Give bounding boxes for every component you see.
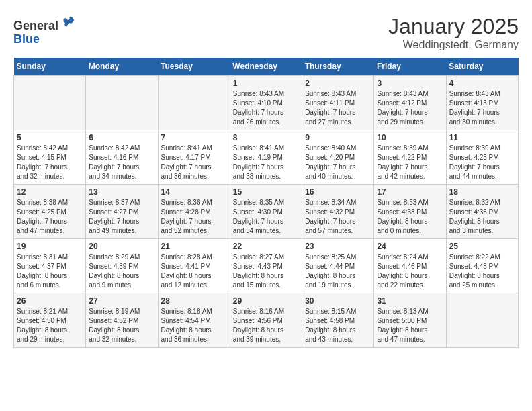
calendar-cell: 22Sunrise: 8:27 AM Sunset: 4:43 PM Dayli… [230,239,302,293]
day-info: Sunrise: 8:36 AM Sunset: 4:28 PM Dayligh… [161,198,227,236]
calendar-cell: 11Sunrise: 8:39 AM Sunset: 4:23 PM Dayli… [446,130,518,185]
day-number: 14 [161,187,227,197]
day-info: Sunrise: 8:24 AM Sunset: 4:46 PM Dayligh… [377,253,443,290]
calendar-cell: 18Sunrise: 8:32 AM Sunset: 4:35 PM Dayli… [446,185,518,239]
day-number: 18 [449,187,515,197]
day-info: Sunrise: 8:43 AM Sunset: 4:11 PM Dayligh… [305,89,371,127]
day-info: Sunrise: 8:41 AM Sunset: 4:17 PM Dayligh… [161,144,227,181]
calendar-week-row: 19Sunrise: 8:31 AM Sunset: 4:37 PM Dayli… [14,239,519,293]
page-header: General Blue January 2025 Weddingstedt, … [13,13,519,51]
day-number: 11 [449,133,515,142]
day-number: 4 [449,79,515,88]
day-number: 15 [233,187,299,197]
calendar-cell: 2Sunrise: 8:43 AM Sunset: 4:11 PM Daylig… [302,76,374,130]
calendar-cell: 31Sunrise: 8:13 AM Sunset: 5:00 PM Dayli… [374,293,446,348]
day-number: 22 [233,242,299,251]
logo-general-text: General [13,19,58,32]
day-number: 8 [233,133,299,142]
calendar-week-row: 12Sunrise: 8:38 AM Sunset: 4:25 PM Dayli… [14,185,519,239]
weekday-header: Friday [374,58,446,76]
calendar-cell: 16Sunrise: 8:34 AM Sunset: 4:32 PM Dayli… [302,185,374,239]
weekday-header: Thursday [302,58,374,76]
weekday-header: Sunday [14,58,86,76]
logo-bird-icon [60,13,76,30]
day-info: Sunrise: 8:38 AM Sunset: 4:25 PM Dayligh… [17,198,83,236]
calendar-body: 1Sunrise: 8:43 AM Sunset: 4:10 PM Daylig… [14,76,519,348]
calendar-cell: 13Sunrise: 8:37 AM Sunset: 4:27 PM Dayli… [86,185,158,239]
day-number: 26 [17,296,83,306]
day-info: Sunrise: 8:13 AM Sunset: 5:00 PM Dayligh… [377,307,443,345]
day-info: Sunrise: 8:43 AM Sunset: 4:12 PM Dayligh… [377,89,443,127]
day-info: Sunrise: 8:28 AM Sunset: 4:41 PM Dayligh… [161,253,227,290]
calendar-cell: 12Sunrise: 8:38 AM Sunset: 4:25 PM Dayli… [14,185,86,239]
weekday-header: Saturday [446,58,518,76]
day-info: Sunrise: 8:27 AM Sunset: 4:43 PM Dayligh… [233,253,299,290]
day-info: Sunrise: 8:32 AM Sunset: 4:35 PM Dayligh… [449,198,515,236]
calendar-cell [446,293,518,348]
day-number: 24 [377,242,443,251]
calendar-week-row: 26Sunrise: 8:21 AM Sunset: 4:50 PM Dayli… [14,293,519,348]
day-info: Sunrise: 8:34 AM Sunset: 4:32 PM Dayligh… [305,198,371,236]
day-info: Sunrise: 8:33 AM Sunset: 4:33 PM Dayligh… [377,198,443,236]
calendar-cell: 8Sunrise: 8:41 AM Sunset: 4:19 PM Daylig… [230,130,302,185]
day-number: 31 [377,296,443,306]
calendar-cell: 29Sunrise: 8:16 AM Sunset: 4:56 PM Dayli… [230,293,302,348]
day-info: Sunrise: 8:21 AM Sunset: 4:50 PM Dayligh… [17,307,83,345]
day-number: 3 [377,79,443,88]
calendar-cell: 9Sunrise: 8:40 AM Sunset: 4:20 PM Daylig… [302,130,374,185]
day-number: 7 [161,133,227,142]
calendar-cell: 1Sunrise: 8:43 AM Sunset: 4:10 PM Daylig… [230,76,302,130]
calendar-cell: 3Sunrise: 8:43 AM Sunset: 4:12 PM Daylig… [374,76,446,130]
calendar-week-row: 1Sunrise: 8:43 AM Sunset: 4:10 PM Daylig… [14,76,519,130]
day-info: Sunrise: 8:40 AM Sunset: 4:20 PM Dayligh… [305,144,371,181]
day-number: 21 [161,242,227,251]
calendar-cell: 21Sunrise: 8:28 AM Sunset: 4:41 PM Dayli… [158,239,230,293]
calendar-cell: 17Sunrise: 8:33 AM Sunset: 4:33 PM Dayli… [374,185,446,239]
calendar-cell: 23Sunrise: 8:25 AM Sunset: 4:44 PM Dayli… [302,239,374,293]
calendar-cell: 24Sunrise: 8:24 AM Sunset: 4:46 PM Dayli… [374,239,446,293]
day-info: Sunrise: 8:19 AM Sunset: 4:52 PM Dayligh… [89,307,154,345]
calendar-week-row: 5Sunrise: 8:42 AM Sunset: 4:15 PM Daylig… [14,130,519,185]
calendar-cell: 19Sunrise: 8:31 AM Sunset: 4:37 PM Dayli… [14,239,86,293]
day-number: 17 [377,187,443,197]
calendar-cell: 7Sunrise: 8:41 AM Sunset: 4:17 PM Daylig… [158,130,230,185]
calendar-cell: 27Sunrise: 8:19 AM Sunset: 4:52 PM Dayli… [86,293,158,348]
day-number: 9 [305,133,371,142]
day-number: 30 [305,296,371,306]
logo-blue-text: Blue [13,32,40,46]
month-title: January 2025 [388,13,519,39]
title-section: January 2025 Weddingstedt, Germany [388,13,519,51]
day-info: Sunrise: 8:31 AM Sunset: 4:37 PM Dayligh… [17,253,83,290]
day-number: 13 [89,187,154,197]
calendar-cell [158,76,230,130]
day-number: 16 [305,187,371,197]
calendar-cell: 5Sunrise: 8:42 AM Sunset: 4:15 PM Daylig… [14,130,86,185]
calendar-header-row: SundayMondayTuesdayWednesdayThursdayFrid… [14,58,519,76]
weekday-header: Monday [86,58,158,76]
day-info: Sunrise: 8:25 AM Sunset: 4:44 PM Dayligh… [305,253,371,290]
day-number: 1 [233,79,299,88]
weekday-header: Tuesday [158,58,230,76]
day-info: Sunrise: 8:18 AM Sunset: 4:54 PM Dayligh… [161,307,227,345]
calendar-cell: 14Sunrise: 8:36 AM Sunset: 4:28 PM Dayli… [158,185,230,239]
day-number: 5 [17,133,83,142]
day-info: Sunrise: 8:35 AM Sunset: 4:30 PM Dayligh… [233,198,299,236]
day-info: Sunrise: 8:42 AM Sunset: 4:15 PM Dayligh… [17,144,83,181]
calendar-table: SundayMondayTuesdayWednesdayThursdayFrid… [13,58,519,348]
day-info: Sunrise: 8:37 AM Sunset: 4:27 PM Dayligh… [89,198,154,236]
day-number: 20 [89,242,154,251]
day-info: Sunrise: 8:39 AM Sunset: 4:23 PM Dayligh… [449,144,515,181]
calendar-cell: 20Sunrise: 8:29 AM Sunset: 4:39 PM Dayli… [86,239,158,293]
day-number: 6 [89,133,154,142]
day-number: 27 [89,296,154,306]
calendar-cell: 15Sunrise: 8:35 AM Sunset: 4:30 PM Dayli… [230,185,302,239]
day-info: Sunrise: 8:16 AM Sunset: 4:56 PM Dayligh… [233,307,299,345]
day-info: Sunrise: 8:22 AM Sunset: 4:48 PM Dayligh… [449,253,515,290]
day-number: 23 [305,242,371,251]
day-info: Sunrise: 8:43 AM Sunset: 4:13 PM Dayligh… [449,89,515,127]
calendar-cell [86,76,158,130]
day-info: Sunrise: 8:15 AM Sunset: 4:58 PM Dayligh… [305,307,371,345]
calendar-cell: 25Sunrise: 8:22 AM Sunset: 4:48 PM Dayli… [446,239,518,293]
day-info: Sunrise: 8:43 AM Sunset: 4:10 PM Dayligh… [233,89,299,127]
day-info: Sunrise: 8:39 AM Sunset: 4:22 PM Dayligh… [377,144,443,181]
